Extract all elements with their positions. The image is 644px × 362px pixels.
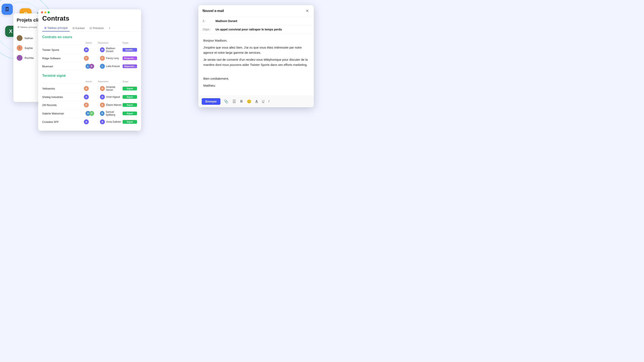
row-name: Sheleg Industries [42, 95, 86, 99]
avatar: R [17, 55, 22, 61]
close-dot[interactable] [41, 11, 43, 13]
tab-icon: ⊞ [44, 26, 46, 29]
to-value: Madison Durant [216, 19, 237, 23]
rep-avatar: F [100, 56, 105, 61]
tab-add[interactable]: + [107, 25, 112, 31]
rep-col: E Éliane Warren [98, 103, 122, 107]
tab-prevision[interactable]: ⊡ Prévision [88, 25, 106, 31]
row-name: Zift Records [42, 104, 86, 107]
contracts-tabs: ⊞ Tableau principal ⊟ Kanban ⊡ Prévision… [38, 25, 141, 32]
stage-badge: Signé [122, 95, 137, 99]
col-stage: Étape [122, 42, 137, 44]
col-stage: Étape [122, 80, 137, 83]
bold-icon[interactable]: B [240, 99, 244, 104]
table-row: Galerie Waissman S P S Samuel Spillberg … [42, 109, 137, 118]
stage-badge: Qualifi... [122, 48, 137, 52]
rep-col: A Anna Galinier [98, 119, 122, 124]
table-row: Zift Records E E Éliane Warren Signé [42, 101, 137, 109]
minimize-dot[interactable] [44, 11, 46, 13]
body-paragraph-2: Je serais ravi de convenir d'un rendez-v… [203, 57, 309, 67]
table-header: Admin Répertoire Étape [42, 41, 137, 45]
font-color-icon[interactable]: A [255, 99, 259, 104]
stage-badge: Signé [122, 87, 137, 90]
body-signature: Matthieu [203, 83, 309, 88]
project-name: Ruchita [24, 56, 37, 59]
list-icon[interactable]: ☰ [232, 98, 237, 105]
stage-badge: Signé [122, 120, 137, 124]
google-calendar-icon: 🗓 [2, 4, 13, 15]
table-row: Sheleg Industries A A Amel Aigaud Signé [42, 93, 137, 101]
tab-icon: ⊟ [72, 26, 75, 30]
email-to-field: À : Madison Durant [198, 17, 314, 25]
tableau-label: Tableau principal [20, 26, 37, 28]
window-controls [38, 9, 141, 15]
table-row: Croisière SFF A A Anna Galinier Signé [42, 118, 137, 126]
avatar: A [84, 94, 89, 99]
rep-avatar: S [100, 111, 104, 116]
email-body[interactable]: Bonjour Madison, J'espère que vous allez… [198, 34, 314, 95]
col-admin: Admin [86, 80, 98, 83]
stage-badge: Signé [122, 112, 137, 115]
stage-badge: Proposit... [122, 56, 137, 60]
section-signe-title: Terminé signé [42, 74, 137, 78]
send-button[interactable]: Envoyer [202, 98, 220, 105]
email-toolbar: Envoyer 📎 ☰ B 🙂 A U I [198, 95, 314, 107]
rep-name: Amel Aigaud [106, 95, 120, 98]
avatar: S [17, 45, 22, 51]
tab-label: Tableau principal [48, 26, 68, 29]
row-name: Twister Sports [42, 48, 86, 51]
body-greeting: Bonjour Madison, [203, 38, 309, 43]
rep-name: Leila Krause [106, 65, 120, 68]
section-en-cours-title: Contrats en cours [42, 35, 137, 39]
avatar-initial: R [19, 56, 20, 59]
contracts-window: Contrats ⊞ Tableau principal ⊟ Kanban ⊡ … [38, 9, 141, 131]
stage-badge: Signé [122, 103, 137, 107]
table-row: Yelloworks A A Amanda Simon Signé [42, 84, 137, 93]
tab-tableau[interactable]: ⊞ Tableau principal [42, 25, 70, 31]
admin-avatars: A [86, 94, 98, 99]
tableau-icon: ⊞ [18, 26, 19, 28]
row-name: Yelloworks [42, 87, 86, 90]
subject-value: Un appel convivial pour rattraper le tem… [216, 28, 282, 31]
avatar: K [89, 64, 94, 69]
body-spacer [203, 69, 309, 74]
rep-avatar: M [100, 47, 105, 52]
avatar: N [17, 35, 22, 41]
row-name: Croisière SFF [42, 120, 86, 124]
row-name: Bluemart [42, 65, 86, 68]
stage-badge: Négociat... [122, 64, 137, 68]
rep-col: M Madison Durant [98, 47, 122, 53]
avatar: E [84, 103, 89, 107]
contracts-title: Contrats [42, 15, 137, 22]
body-closing: Bien cordialement, [203, 76, 309, 81]
underline-icon[interactable]: U [261, 99, 265, 104]
project-name: Sophie [24, 46, 37, 50]
rep-name: Fanny Levy [106, 57, 119, 60]
subject-label: Objet : [202, 28, 214, 31]
admin-avatars: M [86, 47, 98, 52]
rep-name: Madison Durant [106, 47, 122, 53]
email-header: Nouvel e-mail ✕ [198, 5, 314, 17]
rep-col: A Amanda Simon [98, 86, 122, 91]
tab-kanban[interactable]: ⊟ Kanban [70, 25, 87, 31]
avatar: P [89, 111, 94, 116]
contracts-header: Contrats ⊞ Tableau principal ⊟ Kanban ⊡ … [38, 15, 141, 32]
close-button[interactable]: ✕ [305, 8, 310, 13]
attach-icon[interactable]: 📎 [223, 98, 229, 105]
admin-avatars: L K [86, 64, 98, 69]
italic-icon[interactable]: I [268, 99, 270, 104]
avatar: A [84, 119, 89, 124]
emoji-icon[interactable]: 🙂 [246, 98, 252, 105]
rep-avatar: A [100, 86, 105, 91]
row-name: Galerie Waissman [42, 112, 86, 115]
rep-name: Éliane Warren [106, 104, 122, 106]
body-paragraph-1: J'espère que vous allez bien. J'ai vu qu… [203, 45, 309, 55]
maximize-dot[interactable] [48, 11, 50, 13]
rep-col: S Samuel Spillberg [98, 111, 122, 116]
avatar: F [84, 56, 89, 61]
tab-tableau-principal[interactable]: ⊞ Tableau principal [17, 25, 38, 29]
table-row: Ridge Software F F Fanny Levy Proposit..… [42, 54, 137, 62]
rep-avatar: A [100, 119, 105, 124]
rep-avatar: A [100, 94, 105, 99]
rep-name: Anna Galinier [106, 120, 121, 123]
